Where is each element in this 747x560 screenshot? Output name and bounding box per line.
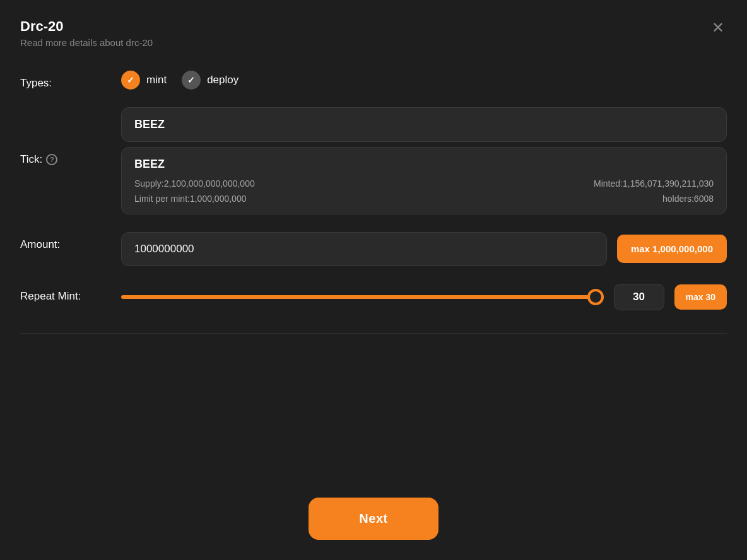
amount-row: Amount: max 1,000,000,000 bbox=[20, 232, 727, 266]
type-label-deploy: deploy bbox=[207, 74, 238, 86]
tick-search-label-spacer bbox=[20, 107, 121, 114]
next-button[interactable]: Next bbox=[309, 498, 438, 540]
amount-max-button[interactable]: max 1,000,000,000 bbox=[617, 235, 727, 263]
type-circle-mint: ✓ bbox=[121, 71, 140, 90]
tick-result-name: BEEZ bbox=[134, 158, 714, 171]
tick-holders: holders:6008 bbox=[426, 194, 714, 204]
repeat-mint-wrap: max 30 bbox=[121, 284, 727, 310]
footer-divider bbox=[20, 333, 727, 334]
limit-value: 1,000,000,000 bbox=[190, 194, 247, 204]
repeat-mint-content: max 30 bbox=[121, 284, 727, 310]
tick-row: Tick: ? BEEZ Supply:2,100,000,000,000,00… bbox=[20, 147, 727, 214]
holders-label: holders: bbox=[662, 194, 694, 204]
tick-minted: Minted:1,156,071,390,211,030 bbox=[426, 178, 714, 189]
repeat-mint-label: Repeat Mint: bbox=[20, 284, 121, 303]
tick-result: BEEZ Supply:2,100,000,000,000,000 Minted… bbox=[121, 147, 727, 214]
type-label-mint: mint bbox=[146, 74, 167, 86]
close-button[interactable]: ✕ bbox=[709, 18, 727, 38]
type-option-mint[interactable]: ✓ mint bbox=[121, 71, 167, 90]
repeat-mint-value-input[interactable] bbox=[614, 284, 664, 310]
minted-label: Minted: bbox=[594, 178, 623, 189]
supply-label: Supply: bbox=[134, 178, 164, 189]
supply-value: 2,100,000,000,000,000 bbox=[164, 178, 255, 189]
type-option-deploy[interactable]: ✓ deploy bbox=[182, 71, 238, 90]
repeat-mint-max-button[interactable]: max 30 bbox=[674, 284, 727, 310]
tick-supply: Supply:2,100,000,000,000,000 bbox=[134, 178, 421, 189]
modal-subtitle: Read more details about drc-20 bbox=[20, 37, 153, 48]
footer: Next bbox=[20, 482, 727, 560]
modal-title: Drc-20 bbox=[20, 18, 153, 36]
tick-label-wrap: Tick: ? bbox=[20, 147, 121, 166]
tick-result-content: BEEZ Supply:2,100,000,000,000,000 Minted… bbox=[121, 147, 727, 214]
amount-input[interactable] bbox=[121, 232, 607, 266]
types-options: ✓ mint ✓ deploy bbox=[121, 71, 727, 90]
amount-content: max 1,000,000,000 bbox=[121, 232, 727, 266]
tick-search-input[interactable] bbox=[121, 107, 727, 142]
repeat-mint-slider[interactable] bbox=[121, 295, 604, 299]
types-row: Types: ✓ mint ✓ deploy bbox=[20, 71, 727, 90]
amount-label: Amount: bbox=[20, 232, 121, 251]
tick-help-icon[interactable]: ? bbox=[46, 154, 57, 165]
amount-input-wrap: max 1,000,000,000 bbox=[121, 232, 727, 266]
tick-label-container: Tick: ? bbox=[20, 153, 121, 166]
types-label: Types: bbox=[20, 71, 121, 90]
tick-label: Tick: bbox=[20, 153, 42, 166]
tick-stats: Supply:2,100,000,000,000,000 Minted:1,15… bbox=[134, 178, 714, 204]
checkmark-deploy: ✓ bbox=[187, 75, 195, 85]
type-circle-deploy: ✓ bbox=[182, 71, 201, 90]
limit-label: Limit per mint: bbox=[134, 194, 190, 204]
tick-limit: Limit per mint:1,000,000,000 bbox=[134, 194, 421, 204]
modal-header: Drc-20 Read more details about drc-20 ✕ bbox=[20, 18, 727, 48]
modal-container: Drc-20 Read more details about drc-20 ✕ … bbox=[0, 0, 747, 560]
header-text: Drc-20 Read more details about drc-20 bbox=[20, 18, 153, 48]
repeat-mint-row: Repeat Mint: max 30 bbox=[20, 284, 727, 310]
holders-value: 6008 bbox=[694, 194, 714, 204]
tick-search-content bbox=[121, 107, 727, 142]
types-content: ✓ mint ✓ deploy bbox=[121, 71, 727, 90]
minted-value: 1,156,071,390,211,030 bbox=[623, 178, 714, 189]
checkmark-mint: ✓ bbox=[127, 75, 134, 85]
tick-search-row bbox=[20, 107, 727, 142]
